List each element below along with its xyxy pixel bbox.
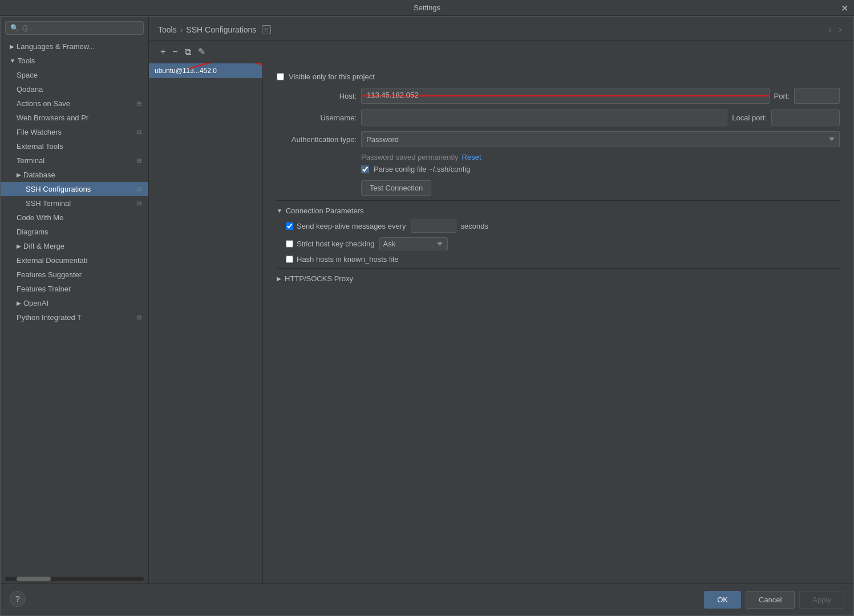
chevron-right-icon: ▶	[10, 43, 14, 50]
strict-host-label-wrap: Strict host key checking	[286, 240, 375, 248]
sidebar-item-ssh-configurations[interactable]: SSH Configurations ⊟	[1, 182, 148, 196]
sidebar-item-terminal[interactable]: Terminal ⊟	[1, 153, 148, 168]
test-connection-button[interactable]: Test Connection	[361, 180, 431, 196]
close-button[interactable]: ✕	[841, 2, 848, 13]
sidebar-item-openai[interactable]: ▶ OpenAI	[1, 296, 148, 310]
hash-hosts-label-wrap: Hash hosts in known_hosts file	[286, 255, 398, 264]
nav-forward-button[interactable]: ›	[836, 23, 844, 35]
local-port-input[interactable]: <Dynamic>	[771, 110, 840, 125]
nav-back-button[interactable]: ‹	[826, 23, 834, 35]
sidebar-item-extdoc-label: External Documentati	[17, 256, 87, 265]
breadcrumb-icon: ⊟	[262, 25, 271, 34]
auth-row: Authentication type: Password Key pair O…	[277, 131, 840, 147]
sidebar-scrollbar[interactable]	[5, 577, 144, 581]
password-saved-row: Password saved permanently Reset	[361, 153, 840, 161]
ok-button[interactable]: OK	[704, 591, 741, 609]
sidebar-item-database[interactable]: ▶ Database	[1, 168, 148, 182]
ssh-content: + − ⧉ ✎ ubuntu@113...452.0	[149, 40, 853, 583]
sidebar-item-sshterminal-label: SSH Terminal	[26, 199, 71, 208]
sidebar-item-fw-label: File Watchers	[17, 128, 62, 136]
copy-button[interactable]: ⧉	[183, 46, 193, 58]
ssh-badge: ⊟	[137, 186, 141, 192]
apply-button[interactable]: Apply	[799, 591, 844, 609]
proxy-section-header[interactable]: ▶ HTTP/SOCKS Proxy	[277, 268, 840, 289]
ssh-list-item[interactable]: ubuntu@113...452.0	[149, 63, 262, 78]
auth-type-select[interactable]: Password Key pair OpenSSH config and aut…	[361, 131, 840, 147]
fw-badge: ⊟	[137, 129, 141, 135]
title-bar: Settings ✕	[0, 0, 854, 16]
ssh-list: ubuntu@113...452.0	[149, 63, 263, 583]
reset-link[interactable]: Reset	[462, 153, 481, 161]
parse-config-row: Parse config file ~/.ssh/config	[361, 165, 840, 173]
port-label: Port:	[774, 92, 790, 100]
sidebar-item-ssh-terminal[interactable]: SSH Terminal ⊟	[1, 196, 148, 210]
keep-alive-checkbox[interactable]	[286, 222, 293, 230]
conn-params-chevron: ▼	[277, 208, 282, 214]
sidebar-item-actions-on-save[interactable]: Actions on Save ⊟	[1, 96, 148, 111]
sshterminal-badge: ⊟	[137, 200, 141, 206]
username-input[interactable]: ubuntu	[361, 110, 727, 125]
parse-config-label: Parse config file ~/.ssh/config	[374, 165, 470, 173]
visible-only-checkbox[interactable]	[277, 73, 284, 80]
breadcrumb-tools: Tools	[158, 25, 177, 34]
edit-button[interactable]: ✎	[196, 45, 208, 58]
sidebar-item-python[interactable]: Python Integrated T ⊟	[1, 310, 148, 325]
search-input[interactable]	[22, 24, 139, 32]
add-button[interactable]: +	[158, 46, 168, 58]
breadcrumb: Tools › SSH Configurations ⊟	[158, 25, 271, 34]
sidebar-item-tools-label: Tools	[18, 56, 35, 65]
chevron-right-icon-db: ▶	[17, 172, 21, 178]
chevron-right-icon-dm: ▶	[17, 243, 21, 249]
remove-button[interactable]: −	[170, 46, 180, 58]
parse-config-checkbox[interactable]	[361, 165, 369, 173]
sidebar-item-external-tools[interactable]: External Tools	[1, 139, 148, 153]
keep-alive-input[interactable]: 300	[411, 220, 456, 233]
sidebar-item-db-label: Database	[23, 171, 55, 179]
sidebar-item-ssh-label: SSH Configurations	[26, 185, 91, 193]
sidebar-item-file-watchers[interactable]: File Watchers ⊟	[1, 125, 148, 139]
sidebar-item-web-browsers[interactable]: Web Browsers and Pr	[1, 111, 148, 125]
hash-hosts-row: Hash hosts in known_hosts file	[286, 255, 840, 264]
sidebar-item-tools[interactable]: ▼ Tools	[1, 54, 148, 68]
sidebar-item-languages[interactable]: ▶ Languages & Framew...	[1, 39, 148, 54]
sidebar-item-space[interactable]: Space	[1, 68, 148, 82]
hash-hosts-checkbox[interactable]	[286, 256, 293, 263]
sidebar-item-diagrams[interactable]: Diagrams	[1, 225, 148, 239]
host-label: Host:	[277, 92, 357, 100]
sidebar-item-et-label: External Tools	[17, 142, 63, 151]
sidebar-item-label: Languages & Framew...	[17, 42, 95, 51]
search-box[interactable]: 🔍	[5, 21, 144, 35]
strict-host-checkbox[interactable]	[286, 240, 293, 248]
help-button[interactable]: ?	[10, 591, 26, 607]
sidebar-item-fs-label: Features Suggester	[17, 270, 82, 279]
host-row: Host: 113.45.182.052 Port: 22	[277, 88, 840, 104]
chevron-right-icon-ai: ▶	[17, 300, 21, 306]
connection-params-header[interactable]: ▼ Connection Parameters	[277, 200, 840, 220]
sidebar-item-features-suggester[interactable]: Features Suggester	[1, 268, 148, 282]
cancel-button[interactable]: Cancel	[746, 591, 795, 609]
py-badge: ⊟	[137, 314, 141, 321]
terminal-badge: ⊟	[137, 157, 141, 164]
sidebar-item-features-trainer[interactable]: Features Trainer	[1, 282, 148, 296]
strict-host-select[interactable]: Ask Yes No	[379, 237, 448, 250]
chevron-down-icon: ▼	[10, 58, 15, 64]
sidebar-item-diag-label: Diagrams	[17, 228, 48, 236]
sidebar-item-qodana[interactable]: Qodana	[1, 82, 148, 96]
content-header: Tools › SSH Configurations ⊟ ‹ ›	[149, 17, 853, 40]
sidebar-item-code-with-me[interactable]: Code With Me	[1, 210, 148, 225]
sidebar-item-py-label: Python Integrated T	[17, 313, 82, 322]
username-row: Username: ubuntu Local port: <Dynamic>	[277, 110, 840, 125]
nav-arrows: ‹ ›	[826, 23, 844, 35]
sidebar-item-diff-merge[interactable]: ▶ Diff & Merge	[1, 239, 148, 253]
sidebar-item-ext-doc[interactable]: External Documentati	[1, 253, 148, 268]
host-input[interactable]	[361, 88, 770, 104]
ssh-toolbar: + − ⧉ ✎	[149, 40, 853, 63]
sidebar-item-actions-label: Actions on Save	[17, 99, 70, 108]
seconds-label: seconds	[461, 222, 488, 230]
sidebar: 🔍 ▶ Languages & Framew... ▼ Tools Space …	[1, 17, 149, 583]
settings-dialog: 🔍 ▶ Languages & Framew... ▼ Tools Space …	[0, 16, 854, 616]
sidebar-item-ai-label: OpenAI	[23, 299, 48, 307]
port-input[interactable]: 22	[794, 88, 840, 104]
auth-label: Authentication type:	[277, 135, 357, 144]
proxy-label: HTTP/SOCKS Proxy	[285, 274, 353, 283]
